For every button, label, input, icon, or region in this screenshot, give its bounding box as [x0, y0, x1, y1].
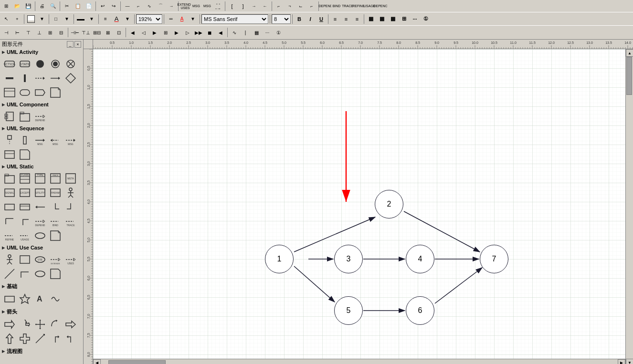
select-tool[interactable]: ↖ [1, 14, 11, 24]
section-uml-component[interactable]: UML Component [0, 101, 83, 108]
tool-depend[interactable]: DEPEND [320, 1, 331, 11]
tool-line[interactable]: — [122, 1, 133, 11]
tool-extend[interactable]: EXTENDE USES [180, 1, 190, 11]
dist-btn1[interactable]: ⊣⊢ [70, 27, 80, 38]
order-btn1[interactable]: ◀ [127, 27, 138, 38]
tool-corner4[interactable]: ⌐ [306, 1, 317, 11]
node-2[interactable]: 2 [375, 190, 403, 218]
arrow-curved[interactable] [49, 318, 62, 331]
tool-wave[interactable]: ∿ [144, 1, 155, 11]
return-msg-shape[interactable]: MSG [49, 134, 62, 147]
text-underline-btn[interactable]: A [177, 14, 187, 24]
layout-btn3[interactable]: ⊤ [23, 27, 33, 38]
paste-button[interactable]: 📄 [84, 1, 94, 11]
signal-static[interactable]: SIGNAL [3, 186, 16, 199]
fork-shape[interactable] [3, 72, 16, 85]
line-width-btn[interactable]: ═ [166, 14, 176, 24]
arrow-4way[interactable] [18, 318, 32, 331]
tool-corner3[interactable]: ⌙ [295, 1, 306, 11]
measure-shape[interactable] [3, 215, 16, 228]
order-btn4[interactable]: ⊞ [160, 27, 171, 38]
text-color-dropdown[interactable]: ▼ [122, 14, 133, 24]
scroll-v-thumb[interactable] [626, 57, 632, 95]
order-btn6[interactable]: ▷ [182, 27, 193, 38]
section-uml-static[interactable]: UML Static [0, 163, 83, 170]
scrollbar-horizontal[interactable]: ◀ ▶ [93, 359, 625, 364]
end-node[interactable] [49, 57, 62, 71]
note-shape[interactable] [49, 86, 62, 99]
start-node[interactable] [33, 57, 47, 71]
type-shape[interactable]: TYPE [33, 172, 47, 185]
basic-text[interactable]: A [33, 292, 47, 306]
dots-btn[interactable]: ··· [262, 27, 273, 38]
tool-msg-back[interactable]: ← [260, 1, 270, 11]
dist-btn5[interactable]: ⊡ [114, 27, 124, 38]
utility-shape[interactable]: UTILITY [33, 186, 47, 199]
basic-rect[interactable] [3, 292, 16, 306]
note3-shape[interactable] [49, 267, 62, 281]
package-shape[interactable] [18, 110, 32, 123]
arrow-wide[interactable] [64, 318, 77, 331]
package-static[interactable] [3, 172, 16, 185]
layout-btn5[interactable]: ⊞ [45, 27, 55, 38]
fill-dropdown[interactable]: ▼ [37, 14, 47, 24]
circle-num[interactable]: ① [421, 14, 431, 24]
tool-msg-bold[interactable]: → [249, 1, 259, 11]
ref-shape[interactable] [3, 148, 16, 161]
order-btn5[interactable]: ▶ [171, 27, 182, 38]
note-seq-shape[interactable] [18, 148, 32, 161]
fill-pattern-btn[interactable]: ≡ [100, 14, 111, 24]
layout-btn6[interactable]: ⊟ [56, 27, 66, 38]
tool-bind[interactable]: BIND [331, 1, 342, 11]
layout-btn1[interactable]: ⊣ [1, 27, 11, 38]
preview-button[interactable]: 🔍 [48, 1, 58, 11]
dist-btn2[interactable]: ⊤⊥ [81, 27, 91, 38]
canvas-main[interactable]: 1 2 3 4 5 6 [93, 49, 625, 359]
actor-shape[interactable] [3, 253, 16, 266]
ellipse-uc[interactable] [33, 267, 47, 281]
table-btn[interactable]: ▦ [366, 14, 376, 24]
depend-shape[interactable]: DEPEND [33, 110, 47, 123]
component-shape[interactable] [3, 110, 16, 123]
line-dropdown[interactable]: ▼ [86, 14, 97, 24]
depend-static[interactable]: DEPEND [33, 215, 47, 228]
tool-arc[interactable]: ⌒ [155, 1, 166, 11]
section-uml-sequence[interactable]: UML Sequence [0, 125, 83, 132]
node-3[interactable]: 3 [334, 245, 363, 273]
text-color-dropdown2[interactable]: ▼ [188, 14, 198, 24]
subsystem-shape[interactable] [18, 253, 32, 266]
msg-shape[interactable]: MSG [33, 134, 47, 147]
activation-shape[interactable] [18, 134, 32, 147]
dist-btn4[interactable]: ⊠ [103, 27, 113, 38]
section-basics[interactable]: 基础 [0, 282, 83, 291]
basic-freehand[interactable] [49, 292, 62, 306]
decision-shape[interactable] [64, 72, 77, 85]
print-button[interactable]: 🖨 [37, 1, 47, 11]
open-button[interactable]: 📂 [12, 1, 22, 11]
arrow-left-shape[interactable] [33, 200, 47, 214]
order-btn3[interactable]: ▶ [149, 27, 160, 38]
collab-shape[interactable] [33, 229, 47, 242]
tool-bracket-r[interactable]: ] [238, 1, 248, 11]
grid-btn[interactable]: ▦ [251, 27, 262, 38]
align-left-button[interactable]: ≡ [330, 14, 340, 24]
dashed-arrow[interactable] [33, 72, 47, 85]
corner-shape[interactable] [49, 200, 62, 214]
scroll-h-thumb[interactable] [108, 360, 166, 364]
state-shape[interactable]: STATE [18, 57, 32, 71]
bold-button[interactable]: B [294, 14, 305, 24]
tool-msg2[interactable]: MSG [202, 1, 212, 11]
section-arrows[interactable]: 箭头 [0, 308, 83, 316]
tool-depenc[interactable]: DEPENC [375, 1, 386, 11]
dist-btn3[interactable]: ⊞⊟ [92, 27, 102, 38]
basic-star[interactable] [18, 292, 32, 306]
scrollbar-vertical[interactable]: ▲ ▼ [625, 49, 633, 364]
node-1[interactable]: 1 [265, 245, 294, 273]
shape-dropdown[interactable]: ▼ [62, 14, 72, 24]
tool-corner1[interactable]: ⌐ [274, 1, 284, 11]
align-center-button[interactable]: ≡ [341, 14, 351, 24]
tool-arrow[interactable]: → [166, 1, 177, 11]
swimlane-h[interactable] [3, 86, 16, 99]
actor-static[interactable] [64, 186, 77, 199]
note2-shape[interactable] [49, 229, 62, 242]
